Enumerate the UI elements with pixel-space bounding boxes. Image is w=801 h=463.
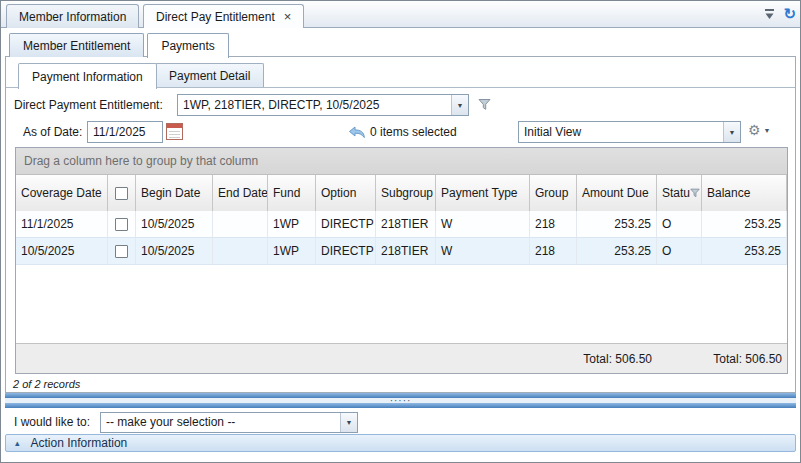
cell-balance: 253.25 bbox=[702, 211, 787, 238]
tab-payment-information[interactable]: Payment Information bbox=[18, 63, 157, 89]
grid-row[interactable]: 11/1/2025 10/5/2025 1WP DIRECTP 218TIER … bbox=[16, 211, 787, 238]
column-header-status[interactable]: Statu bbox=[657, 175, 702, 211]
tab-label: Payment Detail bbox=[169, 69, 250, 83]
cell-end-date bbox=[213, 238, 268, 265]
column-label: Group bbox=[535, 186, 568, 200]
module-tab-strip: Member Entitlement Payments bbox=[5, 32, 229, 57]
calendar-icon[interactable] bbox=[166, 123, 183, 140]
would-like-value: -- make your selection -- bbox=[101, 415, 340, 429]
cell-end-date bbox=[213, 211, 268, 238]
cell-balance: 253.25 bbox=[702, 238, 787, 265]
filter-icon[interactable] bbox=[478, 98, 491, 111]
cell-select bbox=[108, 211, 136, 238]
cell-fund: 1WP bbox=[268, 238, 316, 265]
cell-amount-due: 253.25 bbox=[577, 211, 657, 238]
column-header-begin-date[interactable]: Begin Date bbox=[136, 175, 213, 211]
grip-dots: ····· bbox=[390, 399, 412, 403]
column-label: Begin Date bbox=[141, 186, 200, 200]
cell-fund: 1WP bbox=[268, 211, 316, 238]
group-by-hint: Drag a column here to group by that colu… bbox=[24, 154, 258, 168]
row-checkbox[interactable] bbox=[115, 245, 128, 258]
grid-row[interactable]: 10/5/2025 10/5/2025 1WP DIRECTP 218TIER … bbox=[16, 238, 787, 265]
chevron-down-icon: ▼ bbox=[764, 127, 771, 134]
would-like-combobox[interactable]: -- make your selection -- ▼ bbox=[100, 412, 358, 433]
column-header-fund[interactable]: Fund bbox=[268, 175, 316, 211]
entitlement-row: Direct Payment Entitlement: 1WP, 218TIER… bbox=[14, 94, 787, 116]
payments-grid: Drag a column here to group by that colu… bbox=[15, 147, 788, 374]
chevron-down-icon[interactable]: ▼ bbox=[723, 122, 740, 142]
tab-payment-detail[interactable]: Payment Detail bbox=[155, 63, 264, 87]
tab-payments[interactable]: Payments bbox=[147, 33, 228, 58]
column-label: Option bbox=[321, 186, 356, 200]
tab-label: Member Entitlement bbox=[23, 39, 130, 53]
column-label: Fund bbox=[273, 186, 300, 200]
column-header-subgroup[interactable]: Subgroup bbox=[376, 175, 436, 211]
column-header-select[interactable] bbox=[108, 175, 136, 211]
payments-panel: Payment Information Payment Detail Direc… bbox=[5, 56, 796, 393]
cell-option: DIRECTP bbox=[316, 211, 376, 238]
would-like-row: I would like to: -- make your selection … bbox=[14, 411, 358, 433]
column-header-payment-type[interactable]: Payment Type bbox=[436, 175, 530, 211]
balance-total: Total: 506.50 bbox=[702, 344, 787, 373]
would-like-label: I would like to: bbox=[14, 415, 100, 429]
column-label: Coverage Date bbox=[21, 186, 102, 200]
refresh-icon[interactable]: ↻ bbox=[783, 6, 796, 21]
tab-member-information[interactable]: Member Information bbox=[6, 4, 139, 28]
column-label: Subgroup bbox=[381, 186, 433, 200]
cell-subgroup: 218TIER bbox=[376, 238, 436, 265]
cell-amount-due: 253.25 bbox=[577, 238, 657, 265]
tab-label: Member Information bbox=[19, 10, 126, 24]
select-all-checkbox[interactable] bbox=[115, 187, 128, 200]
column-label: Statu bbox=[662, 186, 690, 200]
as-of-date-value: 11/1/2025 bbox=[93, 125, 146, 139]
tab-direct-pay-entitlement[interactable]: Direct Pay Entitlement × bbox=[143, 4, 304, 28]
view-combobox[interactable]: Initial View ▼ bbox=[518, 121, 741, 143]
cell-option: DIRECTP bbox=[316, 238, 376, 265]
row-checkbox[interactable] bbox=[115, 218, 128, 231]
tab-member-entitlement[interactable]: Member Entitlement bbox=[9, 33, 144, 57]
cell-payment-type: W bbox=[436, 238, 530, 265]
window-toolbar: ↻ bbox=[764, 6, 796, 21]
cell-status: O bbox=[657, 238, 702, 265]
dock-arrow-icon[interactable] bbox=[764, 8, 775, 20]
column-label: Balance bbox=[707, 186, 750, 200]
as-of-date-input[interactable]: 11/1/2025 bbox=[87, 121, 163, 143]
column-header-amount-due[interactable]: Amount Due bbox=[577, 175, 657, 211]
cell-payment-type: W bbox=[436, 211, 530, 238]
items-selected-status: 0 items selected bbox=[370, 125, 457, 139]
grid-settings-button[interactable]: ⚙ ▼ bbox=[748, 123, 771, 137]
column-label: Amount Due bbox=[582, 186, 649, 200]
entitlement-combobox[interactable]: 1WP, 218TIER, DIRECTP, 10/5/2025 ▼ bbox=[177, 94, 469, 116]
column-header-end-date[interactable]: End Date bbox=[213, 175, 268, 211]
grid-header-row: Coverage Date Begin Date End Date Fund O… bbox=[16, 175, 787, 211]
direct-pay-entitlement-window: Member Information Direct Pay Entitlemen… bbox=[0, 0, 801, 463]
column-header-coverage-date[interactable]: Coverage Date bbox=[16, 175, 108, 211]
entitlement-value: 1WP, 218TIER, DIRECTP, 10/5/2025 bbox=[178, 98, 451, 112]
column-filter-icon[interactable] bbox=[690, 188, 700, 198]
cell-begin-date: 10/5/2025 bbox=[136, 238, 213, 265]
action-information-header[interactable]: ▴ Action Information bbox=[5, 434, 796, 452]
group-by-panel[interactable]: Drag a column here to group by that colu… bbox=[16, 148, 787, 175]
cell-subgroup: 218TIER bbox=[376, 211, 436, 238]
as-of-date-label: As of Date: bbox=[23, 125, 82, 139]
selection-arrow-icon bbox=[348, 126, 366, 139]
tab-label: Direct Pay Entitlement bbox=[156, 10, 275, 24]
column-label: Payment Type bbox=[441, 186, 518, 200]
column-header-option[interactable]: Option bbox=[316, 175, 376, 211]
horizontal-splitter[interactable]: ····· bbox=[5, 393, 796, 408]
record-count: 2 of 2 records bbox=[13, 378, 80, 390]
view-value: Initial View bbox=[519, 125, 723, 139]
chevron-down-icon[interactable]: ▼ bbox=[340, 413, 357, 432]
entitlement-label: Direct Payment Entitlement: bbox=[14, 98, 163, 112]
collapse-icon[interactable]: ▴ bbox=[15, 439, 20, 448]
cell-status: O bbox=[657, 211, 702, 238]
as-of-date-row: As of Date: 11/1/2025 0 items selected I… bbox=[14, 121, 787, 143]
column-header-balance[interactable]: Balance bbox=[702, 175, 787, 211]
action-information-label: Action Information bbox=[31, 436, 128, 450]
cell-group: 218 bbox=[530, 238, 577, 265]
chevron-down-icon[interactable]: ▼ bbox=[451, 95, 468, 115]
payment-tab-strip: Payment Information Payment Detail bbox=[6, 63, 795, 88]
cell-group: 218 bbox=[530, 211, 577, 238]
close-tab-icon[interactable]: × bbox=[284, 10, 292, 23]
column-header-group[interactable]: Group bbox=[530, 175, 577, 211]
